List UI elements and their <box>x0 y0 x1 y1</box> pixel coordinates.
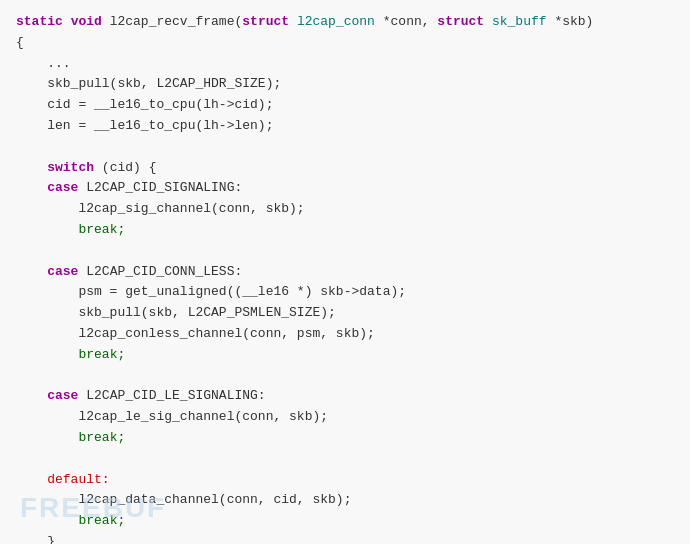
keyword-default: default: <box>47 472 109 487</box>
code-line-15: skb_pull(skb, L2CAP_PSMLEN_SIZE); <box>16 303 674 324</box>
type-l2cap-conn: l2cap_conn <box>297 14 375 29</box>
len-assign: len = __le16_to_cpu(lh->len); <box>16 118 273 133</box>
case-indent-3 <box>16 388 47 403</box>
code-line-16: l2cap_conless_channel(conn, psm, skb); <box>16 324 674 345</box>
keyword-case-2: case <box>47 264 78 279</box>
code-line-7 <box>16 137 674 158</box>
break-indent-2 <box>16 347 78 362</box>
code-line-26: } <box>16 532 674 544</box>
break-indent-4 <box>16 513 78 528</box>
sig-channel: l2cap_sig_channel(conn, skb); <box>16 201 305 216</box>
code-line-6: len = __le16_to_cpu(lh->len); <box>16 116 674 137</box>
type-sk-buff: sk_buff <box>492 14 547 29</box>
keyword-break-1: break; <box>78 222 125 237</box>
code-line-13: case L2CAP_CID_CONN_LESS: <box>16 262 674 283</box>
case-indent <box>16 180 47 195</box>
code-line-19: case L2CAP_CID_LE_SIGNALING: <box>16 386 674 407</box>
code-line-5: cid = __le16_to_cpu(lh->cid); <box>16 95 674 116</box>
code-line-18 <box>16 366 674 387</box>
keyword-switch: switch <box>47 160 94 175</box>
code-line-10: l2cap_sig_channel(conn, skb); <box>16 199 674 220</box>
keyword-struct-1: struct <box>242 14 289 29</box>
param-skb: *skb) <box>554 14 593 29</box>
case-indent-2 <box>16 264 47 279</box>
code-line-1: static void l2cap_recv_frame(struct l2ca… <box>16 12 674 33</box>
switch-cid: (cid) { <box>94 160 156 175</box>
switch-close: } <box>16 534 55 544</box>
code-line-14: psm = get_unaligned((__le16 *) skb->data… <box>16 282 674 303</box>
le-sig-channel: l2cap_le_sig_channel(conn, skb); <box>16 409 328 424</box>
code-line-2: { <box>16 33 674 54</box>
code-line-11: break; <box>16 220 674 241</box>
keyword-void: void <box>71 14 102 29</box>
code-line-9: case L2CAP_CID_SIGNALING: <box>16 178 674 199</box>
brace-open: { <box>16 35 24 50</box>
code-line-8: switch (cid) { <box>16 158 674 179</box>
case-signaling: L2CAP_CID_SIGNALING: <box>78 180 242 195</box>
code-line-17: break; <box>16 345 674 366</box>
data-channel: l2cap_data_channel(conn, cid, skb); <box>16 492 351 507</box>
ellipsis: ... <box>16 56 71 71</box>
code-line-20: l2cap_le_sig_channel(conn, skb); <box>16 407 674 428</box>
keyword-struct-2: struct <box>437 14 484 29</box>
code-line-3: ... <box>16 54 674 75</box>
break-indent-3 <box>16 430 78 445</box>
keyword-break-4: break; <box>78 513 125 528</box>
code-line-12 <box>16 241 674 262</box>
code-line-25: break; <box>16 511 674 532</box>
code-line-23: default: <box>16 470 674 491</box>
code-line-24: l2cap_data_channel(conn, cid, skb); <box>16 490 674 511</box>
keyword-break-2: break; <box>78 347 125 362</box>
keyword-case-3: case <box>47 388 78 403</box>
psm-assign: psm = get_unaligned((__le16 *) skb->data… <box>16 284 406 299</box>
skb-pull-1: skb_pull(skb, L2CAP_HDR_SIZE); <box>16 76 281 91</box>
case-conn-less: L2CAP_CID_CONN_LESS: <box>78 264 242 279</box>
param-conn: *conn, <box>383 14 438 29</box>
skb-pull-2: skb_pull(skb, L2CAP_PSMLEN_SIZE); <box>16 305 336 320</box>
func-name: l2cap_recv_frame( <box>110 14 243 29</box>
code-block: static void l2cap_recv_frame(struct l2ca… <box>0 0 690 544</box>
code-line-21: break; <box>16 428 674 449</box>
cid-assign: cid = __le16_to_cpu(lh->cid); <box>16 97 273 112</box>
keyword-static: static <box>16 14 63 29</box>
keyword-break-3: break; <box>78 430 125 445</box>
break-indent-1 <box>16 222 78 237</box>
case-le-signaling: L2CAP_CID_LE_SIGNALING: <box>78 388 265 403</box>
code-line-4: skb_pull(skb, L2CAP_HDR_SIZE); <box>16 74 674 95</box>
switch-indent <box>16 160 47 175</box>
conless-channel: l2cap_conless_channel(conn, psm, skb); <box>16 326 375 341</box>
keyword-case-1: case <box>47 180 78 195</box>
code-line-22 <box>16 449 674 470</box>
default-indent <box>16 472 47 487</box>
